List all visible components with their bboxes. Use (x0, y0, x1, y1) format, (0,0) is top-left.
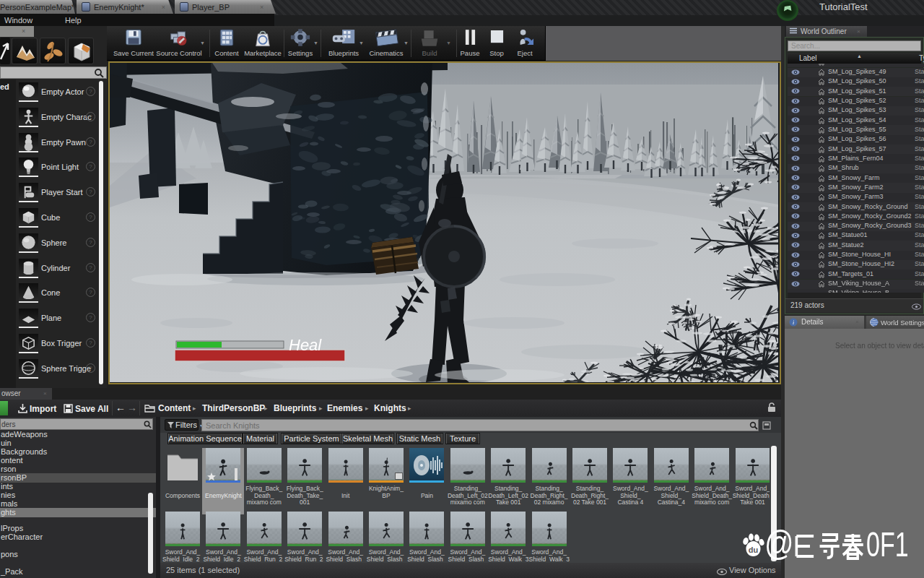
svg-text:Heal: Heal (289, 336, 322, 354)
svg-text:du: du (749, 545, 758, 554)
svg-text:i: i (793, 319, 794, 326)
